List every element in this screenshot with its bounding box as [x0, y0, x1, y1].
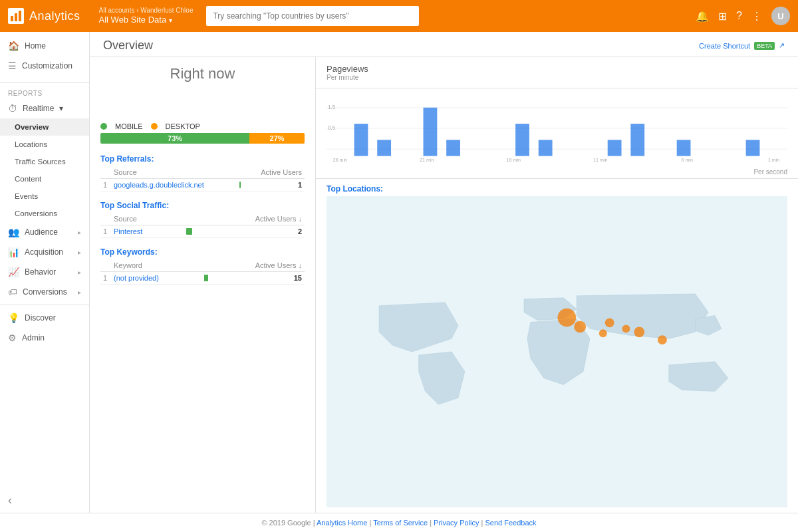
sidebar-item-admin[interactable]: ⚙ Admin — [0, 328, 89, 348]
svg-text:0.5: 0.5 — [328, 125, 336, 131]
topbar-right-icons: 🔔 ⊞ ? ⋮ U — [696, 7, 790, 25]
sidebar-item-discover[interactable]: 💡 Discover — [0, 308, 89, 328]
right-now-title: Right now — [100, 65, 305, 82]
keyword-cell[interactable]: (not provided) — [111, 272, 201, 285]
customization-icon: ☰ — [8, 61, 17, 71]
sidebar-divider-2 — [0, 305, 89, 305]
mobile-dot — [100, 123, 107, 130]
sidebar-conversions2-label: Conversions — [23, 287, 67, 297]
sidebar-item-customization[interactable]: ☰ Customization — [0, 56, 89, 76]
top-referrals-title: Top Referrals: — [100, 154, 305, 164]
keywords-keyword-col[interactable]: Keyword — [111, 259, 201, 272]
svg-rect-13 — [539, 140, 553, 156]
breadcrumb-bottom[interactable]: All Web Site Data ▾ — [99, 15, 194, 26]
sidebar-item-traffic-sources[interactable]: Traffic Sources — [0, 153, 89, 170]
social-source-col[interactable]: Source — [111, 213, 184, 225]
footer-link-analytics-home[interactable]: Analytics Home — [317, 519, 367, 527]
table-row: 1 googleads.g.doubleclick.net 1 — [100, 179, 305, 192]
map-area — [327, 196, 787, 507]
device-bar: 73% 27% — [100, 133, 305, 144]
sidebar-item-home[interactable]: 🏠 Home — [0, 36, 89, 56]
svg-rect-12 — [515, 124, 529, 156]
sidebar-locations-label: Locations — [15, 140, 47, 148]
home-icon: 🏠 — [8, 41, 19, 51]
create-shortcut-button[interactable]: Create Shortcut BETA ↗ — [699, 41, 785, 50]
users-cell: 2 — [195, 225, 305, 238]
top-social-title: Top Social Traffic: — [100, 201, 305, 210]
svg-rect-16 — [677, 140, 691, 156]
footer-link-feedback[interactable]: Send Feedback — [485, 519, 537, 527]
sidebar-discover-label: Discover — [25, 313, 56, 323]
sidebar-traffic-sources-label: Traffic Sources — [15, 158, 66, 166]
keywords-users-col[interactable]: Active Users ↓ — [211, 259, 305, 272]
svg-rect-9 — [377, 140, 391, 156]
analytics-logo-icon — [8, 8, 24, 24]
svg-rect-1 — [15, 13, 17, 21]
svg-text:1 min: 1 min — [768, 157, 779, 163]
svg-rect-0 — [11, 16, 13, 21]
footer-copyright: © 2019 Google — [261, 519, 311, 527]
help-icon[interactable]: ? — [736, 10, 742, 22]
footer-link-privacy[interactable]: Privacy Policy — [434, 519, 479, 527]
referrals-rank-col — [100, 166, 111, 179]
breadcrumb-top: All accounts › Wanderlust Chloe — [99, 6, 194, 15]
footer-link-terms[interactable]: Terms of Service — [373, 519, 428, 527]
pageviews-title: Pageviews — [327, 64, 787, 74]
beta-badge: BETA — [754, 42, 775, 50]
sidebar-item-realtime[interactable]: ⏱ Realtime — [0, 98, 89, 118]
referrals-users-col[interactable]: Active Users — [243, 166, 305, 179]
sidebar-item-conversions2[interactable]: 🏷 Conversions — [0, 282, 89, 302]
search-input[interactable] — [206, 6, 419, 26]
right-panel: Pageviews Per minute 1.5 0.5 26 min21 m — [316, 57, 798, 513]
pageviews-section: Pageviews Per minute — [316, 57, 798, 88]
world-map — [327, 196, 787, 507]
svg-text:21 min: 21 min — [420, 157, 434, 163]
realtime-icon: ⏱ — [8, 103, 17, 114]
overview-header: Overview Create Shortcut BETA ↗ — [90, 32, 798, 57]
sidebar-item-audience[interactable]: 👥 Audience — [0, 222, 89, 242]
more-icon[interactable]: ⋮ — [751, 10, 762, 23]
sidebar-item-acquisition[interactable]: 📊 Acquisition — [0, 242, 89, 262]
mobile-label: MOBILE — [115, 122, 143, 130]
svg-rect-11 — [446, 140, 460, 156]
main-content: Overview Create Shortcut BETA ↗ Right no… — [90, 32, 798, 513]
sidebar-conversions-label: Conversions — [15, 209, 57, 217]
top-social-section: Top Social Traffic: Source Active Users … — [100, 201, 305, 238]
svg-point-26 — [605, 319, 614, 328]
social-rank-col — [100, 213, 111, 225]
source-cell[interactable]: Pinterest — [111, 225, 184, 238]
content-split: Right now MOBILE DESKTOP 73% 27% — [90, 57, 798, 513]
svg-rect-10 — [424, 108, 438, 156]
keywords-bar-col — [201, 259, 211, 272]
desktop-bar: 27% — [249, 133, 305, 144]
left-panel: Right now MOBILE DESKTOP 73% 27% — [90, 57, 316, 513]
svg-point-24 — [557, 309, 576, 327]
sidebar-item-behavior[interactable]: 📈 Behavior — [0, 262, 89, 282]
social-bar-col — [184, 213, 195, 225]
main-layout: 🏠 Home ☰ Customization REPORTS ⏱ Realtim… — [0, 32, 798, 513]
keywords-rank-col — [100, 259, 111, 272]
bell-icon[interactable]: 🔔 — [696, 10, 709, 23]
sidebar-item-conversions[interactable]: Conversions — [0, 205, 89, 222]
logo-area: Analytics — [8, 8, 80, 24]
audience-icon: 👥 — [8, 227, 19, 237]
rank-cell: 1 — [100, 225, 111, 238]
svg-point-28 — [599, 329, 607, 337]
source-cell[interactable]: googleads.g.doubleclick.net — [111, 179, 237, 192]
svg-point-25 — [574, 321, 586, 332]
social-users-col[interactable]: Active Users ↓ — [195, 213, 305, 225]
sidebar-admin-label: Admin — [22, 333, 45, 342]
avatar[interactable]: U — [771, 7, 790, 25]
sidebar-item-content[interactable]: Content — [0, 170, 89, 188]
search-box[interactable] — [206, 6, 419, 26]
rank-cell: 1 — [100, 272, 111, 285]
svg-text:11 min: 11 min — [593, 157, 607, 163]
grid-icon[interactable]: ⊞ — [718, 10, 727, 23]
sidebar-item-events[interactable]: Events — [0, 188, 89, 205]
svg-point-29 — [634, 327, 644, 337]
sidebar-item-overview[interactable]: Overview — [0, 118, 89, 136]
referrals-source-col[interactable]: Source — [111, 166, 237, 179]
collapse-sidebar-button[interactable]: ‹ — [0, 488, 89, 513]
svg-text:16 min: 16 min — [507, 157, 521, 163]
sidebar-item-locations[interactable]: Locations — [0, 136, 89, 153]
